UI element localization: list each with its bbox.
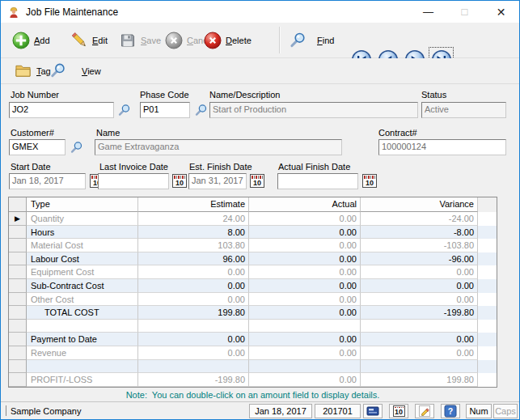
cell-estimate[interactable]: 0.00 [138,333,249,346]
last-invoice-date-input[interactable] [98,173,169,189]
cell-variance[interactable]: 199.80 [361,373,478,387]
row-selector[interactable] [9,265,27,279]
row-selector[interactable] [9,306,27,320]
save-button[interactable]: Save [119,23,161,57]
cell-variance[interactable]: -24.00 [361,212,478,226]
cell-type[interactable]: Material Cost [27,239,138,252]
row-selector[interactable] [9,226,27,240]
last-invoice-date-calendar-icon[interactable]: 10 [172,174,187,188]
cell-estimate[interactable] [138,320,249,333]
cell-type[interactable]: PROFIT/-LOSS [27,373,138,387]
row-selector[interactable] [9,320,27,333]
phase-code-input[interactable]: P01 [140,102,190,118]
cell-type[interactable]: Sub-Contract Cost [27,279,138,293]
cell-estimate[interactable]: 8.00 [138,226,249,240]
est-finish-date-calendar-icon[interactable]: 10 [250,174,264,188]
cell-variance[interactable]: 0.00 [361,265,478,279]
cell-actual[interactable]: 0.00 [249,279,361,293]
cell-variance[interactable]: 0.00 [361,293,478,307]
cell-type[interactable] [27,360,138,374]
delete-label: Delete [226,36,252,45]
cell-actual[interactable]: 0.00 [249,239,361,252]
cell-type[interactable]: Quantity [27,212,138,226]
cell-actual[interactable] [249,320,361,333]
cell-type[interactable]: Equipment Cost [27,265,138,279]
cell-type[interactable]: Labour Cost [27,252,138,266]
add-button[interactable]: Add [12,23,50,57]
cell-estimate[interactable]: 103.80 [138,239,249,252]
row-selector[interactable] [9,252,27,266]
cell-variance[interactable]: -103.80 [361,239,478,252]
row-selector[interactable] [9,239,27,252]
close-button[interactable]: ✕ [483,1,519,23]
notes-pencil-icon[interactable] [415,404,434,418]
job-number-lookup-icon[interactable] [117,104,131,117]
cell-estimate[interactable]: 0.00 [138,293,249,307]
statusbar-calendar-icon[interactable]: 10 [389,404,408,418]
cell-type[interactable]: Other Cost [27,293,138,307]
report-icon[interactable] [363,404,383,418]
cell-actual[interactable]: 0.00 [249,306,361,320]
cell-actual[interactable]: 0.00 [249,346,361,360]
cell-type[interactable]: TOTAL COST [27,306,138,320]
row-selector[interactable]: ▶ [9,212,27,226]
est-finish-date-label: Est. Finish Date [189,162,252,172]
row-selector[interactable] [9,373,27,387]
row-selector[interactable] [9,279,27,293]
help-icon[interactable]: ? [441,404,460,418]
cell-type[interactable] [27,320,138,333]
delete-button[interactable]: Delete [204,23,252,57]
cell-actual[interactable]: 0.00 [249,373,361,387]
maximize-button[interactable]: □ [446,1,483,23]
customer-number-input[interactable]: GMEX [9,139,66,155]
cell-type[interactable]: Payment to Date [27,333,138,346]
customer-lookup-icon[interactable] [70,141,83,155]
phase-code-lookup-icon[interactable] [194,104,208,117]
cell-estimate[interactable]: 199.80 [138,306,249,320]
cell-estimate[interactable]: -199.80 [138,373,249,387]
row-selector[interactable] [9,333,27,346]
cell-type[interactable]: Revenue [27,346,138,360]
row-selector[interactable] [9,346,27,360]
tag-button[interactable]: Tag [15,58,51,83]
table-row-hours: Hours 8.00 0.00 -8.00 [9,226,497,240]
view-button[interactable]: View [49,58,101,83]
cell-estimate[interactable] [138,360,249,374]
cell-variance[interactable]: 0.00 [361,279,478,293]
cell-variance[interactable]: 0.00 [361,346,478,360]
cell-actual[interactable]: 0.00 [249,333,361,346]
view-label: View [82,66,101,76]
double-click-note: Note: You can double-click on an amount … [8,390,497,400]
job-number-input[interactable]: JO2 [9,102,114,118]
cell-estimate[interactable]: 0.00 [138,265,249,279]
cell-estimate[interactable]: 0.00 [138,279,249,293]
cell-variance[interactable]: -199.80 [361,306,478,320]
cell-actual[interactable]: 0.00 [249,265,361,279]
row-selector[interactable] [9,293,27,307]
minimize-button[interactable]: — [410,1,446,23]
cell-variance[interactable] [361,320,478,333]
actual-finish-date-input[interactable] [277,173,358,189]
cell-type[interactable]: Hours [27,226,138,240]
est-finish-date-input[interactable]: Jan 31, 2017 [188,173,247,189]
cell-variance[interactable]: 0.00 [361,333,478,346]
calendar-glyph: 10 [393,405,405,417]
cell-variance[interactable]: -96.00 [361,252,478,266]
cell-variance[interactable] [361,360,478,374]
cell-variance[interactable]: -8.00 [361,226,478,240]
cell-actual[interactable]: 0.00 [249,212,361,226]
cell-estimate[interactable]: 0.00 [138,346,249,360]
row-selector[interactable] [9,360,27,374]
find-button[interactable]: Find [289,23,334,57]
start-date-input[interactable]: Jan 18, 2017 [9,173,86,189]
cell-estimate[interactable]: 24.00 [138,212,249,226]
actual-finish-date-calendar-icon[interactable]: 10 [362,174,377,188]
cell-actual[interactable]: 0.00 [249,252,361,266]
cell-actual[interactable]: 0.00 [249,226,361,240]
cell-actual[interactable]: 0.00 [249,293,361,307]
cell-estimate[interactable]: 96.00 [138,252,249,266]
window-title: Job File Maintenance [26,6,118,18]
edit-button[interactable]: Edit [70,23,108,57]
cell-actual[interactable] [249,360,361,374]
contract-number-input[interactable]: 100000124 [378,139,506,155]
